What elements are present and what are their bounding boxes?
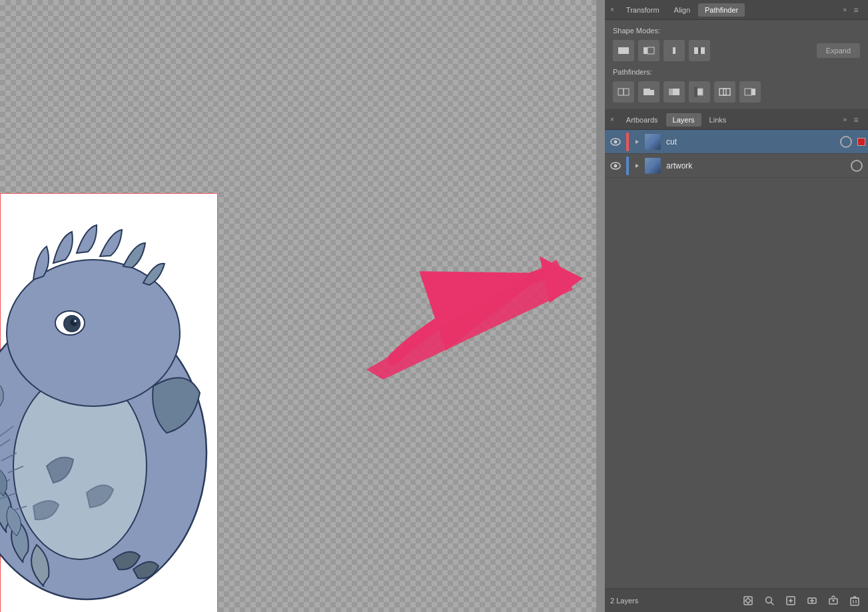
pathfinder-merge-button[interactable]: [663, 81, 685, 103]
delete-layer-button[interactable]: [847, 593, 863, 609]
layers-header-left: ×: [610, 116, 617, 123]
layers-collapse-button[interactable]: »: [843, 116, 847, 123]
svg-rect-34: [719, 89, 726, 95]
svg-point-6: [74, 320, 77, 323]
layers-tabs: Artboards Layers Links: [620, 113, 841, 127]
pathfinders-row: [613, 81, 860, 103]
svg-rect-22: [673, 47, 675, 54]
pathfinder-panel: × Transform Align Pathfinder » ≡ Shape M…: [605, 0, 868, 110]
artwork-illustration: [0, 200, 233, 612]
shape-mode-intersect-button[interactable]: [663, 40, 685, 61]
pathfinders-label: Pathfinders:: [613, 68, 860, 76]
layers-menu-button[interactable]: ≡: [849, 113, 863, 127]
shape-modes-label: Shape Modes:: [613, 27, 860, 35]
layer-artwork-expand-toggle[interactable]: [632, 160, 642, 171]
pathfinder-panel-content: Shape Modes: Expand Pathfinders:: [605, 20, 868, 109]
svg-marker-15: [540, 256, 583, 303]
layers-footer: 2 Layers: [605, 588, 868, 612]
pathfinder-trim-button[interactable]: [638, 81, 659, 103]
layer-artwork-visibility-toggle[interactable]: [608, 158, 624, 174]
pathfinder-close-button[interactable]: ×: [610, 6, 614, 13]
layer-artwork-target-button[interactable]: [851, 160, 863, 172]
layers-panel: × Artboards Layers Links » ≡: [605, 110, 868, 612]
svg-rect-55: [851, 598, 859, 605]
svg-marker-40: [636, 140, 639, 144]
pathfinder-outline-button[interactable]: [714, 81, 735, 103]
pathfinder-minus-back-button[interactable]: [739, 81, 761, 103]
make-clipping-mask-button[interactable]: [740, 593, 756, 609]
layers-panel-header: × Artboards Layers Links » ≡: [605, 110, 868, 130]
tab-align[interactable]: Align: [667, 3, 697, 17]
tab-links[interactable]: Links: [703, 113, 733, 127]
svg-rect-35: [723, 89, 730, 95]
pathfinder-menu-button[interactable]: ≡: [849, 3, 863, 17]
svg-marker-43: [636, 164, 639, 168]
tab-artboards[interactable]: Artboards: [620, 113, 665, 127]
shape-modes-row: Expand: [613, 40, 860, 61]
svg-rect-37: [745, 89, 751, 95]
svg-rect-17: [622, 47, 629, 54]
layer-cut-expand-toggle[interactable]: [632, 137, 642, 147]
shape-mode-unite-button[interactable]: [613, 40, 634, 61]
search-layers-button[interactable]: [761, 593, 777, 609]
svg-rect-25: [698, 47, 701, 54]
svg-rect-33: [694, 87, 697, 97]
svg-rect-31: [673, 89, 679, 95]
collect-in-new-layer-button[interactable]: [783, 593, 799, 609]
new-layer-button[interactable]: [825, 593, 841, 609]
layer-cut-color-swatch: [857, 138, 865, 146]
layer-row-cut[interactable]: cut: [605, 130, 868, 154]
pathfinder-divide-button[interactable]: [613, 81, 634, 103]
svg-line-46: [771, 602, 774, 605]
pathfinder-collapse-button[interactable]: »: [843, 6, 847, 13]
tab-layers[interactable]: Layers: [666, 113, 701, 127]
layers-close-button[interactable]: ×: [610, 116, 614, 123]
layer-cut-visibility-toggle[interactable]: [608, 134, 624, 150]
layer-cut-thumbnail: [645, 134, 661, 150]
svg-rect-29: [648, 90, 654, 95]
shape-mode-minus-button[interactable]: [638, 40, 659, 61]
layer-artwork-name: artwork: [663, 161, 848, 170]
canvas: [0, 0, 596, 612]
right-panels: × Transform Align Pathfinder » ≡ Shape M…: [605, 0, 868, 612]
layer-cut-color-bar: [626, 133, 629, 151]
pathfinder-tabs: Transform Align Pathfinder: [620, 3, 841, 17]
layer-row-artwork[interactable]: artwork: [605, 154, 868, 178]
pathfinder-header-left: ×: [610, 6, 617, 13]
arrow-annotation: [313, 253, 586, 386]
shape-mode-exclude-button[interactable]: [689, 40, 710, 61]
layers-content: cut artwork: [605, 130, 868, 588]
layers-count-label: 2 Layers: [610, 597, 735, 605]
pathfinder-crop-button[interactable]: [689, 81, 710, 103]
svg-point-39: [614, 140, 618, 143]
expand-button[interactable]: Expand: [817, 43, 860, 58]
layer-artwork-thumbnail: [645, 158, 661, 174]
svg-point-42: [614, 164, 618, 167]
svg-rect-19: [648, 47, 654, 54]
layer-artwork-color-bar: [626, 156, 629, 175]
pathfinder-panel-header: × Transform Align Pathfinder » ≡: [605, 0, 868, 20]
layer-cut-target-button[interactable]: [840, 136, 852, 148]
new-sub-layer-button[interactable]: [804, 593, 820, 609]
tab-transform[interactable]: Transform: [620, 3, 666, 17]
tab-pathfinder[interactable]: Pathfinder: [698, 3, 745, 17]
layer-cut-name: cut: [663, 137, 837, 147]
